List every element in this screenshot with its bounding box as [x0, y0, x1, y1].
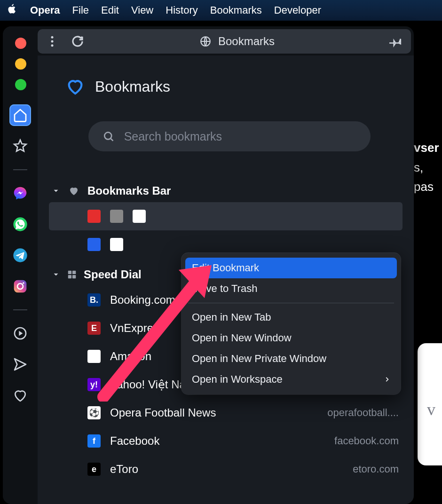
chevron-down-icon [52, 270, 60, 279]
search-icon [103, 130, 115, 143]
menu-app[interactable]: Opera [30, 4, 60, 16]
favicon [87, 238, 101, 251]
sidebar-heart[interactable] [9, 385, 31, 406]
page-title: Bookmarks [38, 55, 414, 96]
svg-point-8 [51, 44, 54, 47]
search-input[interactable] [124, 130, 356, 143]
bookmark-item[interactable] [49, 202, 403, 230]
menu-edit[interactable]: Edit [101, 4, 119, 16]
bookmark-domain: operafootball.... [327, 407, 399, 419]
sidebar-separator [13, 169, 27, 170]
chevron-down-icon [52, 187, 60, 195]
bookmarks-bar-header[interactable]: Bookmarks Bar [49, 180, 403, 202]
menu-file[interactable]: File [72, 4, 89, 16]
window-controls [15, 38, 26, 90]
grid-icon [67, 269, 77, 280]
macos-menubar[interactable]: Opera File Edit View History Bookmarks D… [0, 0, 442, 21]
sidebar-instagram[interactable] [9, 276, 31, 297]
favicon: B. [87, 293, 101, 307]
menu-developer[interactable]: Developer [274, 4, 321, 16]
sidebar-bookmarks[interactable] [9, 135, 31, 157]
menu-history[interactable]: History [166, 4, 197, 16]
toolbar: Bookmarks [38, 29, 411, 54]
favicon [110, 210, 123, 223]
bookmark-domain: facebook.com [334, 435, 399, 447]
svg-rect-11 [68, 271, 71, 274]
svg-rect-13 [68, 275, 71, 278]
ctx-open-new-tab[interactable]: Open in New Tab [185, 307, 397, 328]
background-window-text: vser s, pas [414, 138, 442, 197]
svg-point-6 [51, 36, 54, 39]
address-bar[interactable]: Bookmarks [96, 35, 378, 48]
section-bookmarks-bar: Bookmarks Bar [38, 180, 414, 259]
bookmark-label: eToro [110, 463, 343, 476]
sidebar-messenger[interactable] [9, 182, 31, 204]
sidebar-telegram[interactable] [9, 244, 31, 266]
svg-point-7 [51, 40, 54, 43]
bookmark-item[interactable]: e eToro etoro.com [49, 455, 403, 483]
sidebar [3, 26, 38, 504]
bookmark-domain: etoro.com [353, 463, 399, 475]
favicon: E [87, 322, 101, 335]
bookmark-label: Opera Football News [110, 406, 318, 419]
sidebar-separator-2 [13, 309, 27, 310]
heart-icon [66, 77, 85, 96]
sidebar-send[interactable] [9, 354, 31, 375]
ctx-open-private[interactable]: Open in New Private Window [185, 348, 397, 369]
address-text: Bookmarks [218, 35, 275, 48]
menu-bookmarks[interactable]: Bookmarks [210, 4, 262, 16]
sidebar-player[interactable] [9, 323, 31, 344]
chevron-right-icon [384, 376, 390, 383]
bookmark-item[interactable]: ⚽ Opera Football News operafootball.... [49, 399, 403, 427]
heart-folder-icon [67, 185, 81, 197]
more-menu-icon[interactable] [45, 34, 59, 48]
search-bookmarks[interactable] [88, 121, 371, 151]
context-menu: Edit Bookmark Move to Trash Open in New … [182, 253, 401, 394]
svg-point-1 [13, 248, 27, 262]
svg-rect-14 [72, 275, 76, 278]
favicon: f [87, 434, 101, 448]
sidebar-home[interactable] [9, 104, 31, 126]
favicon: e [87, 463, 101, 476]
menu-view[interactable]: View [131, 4, 153, 16]
ctx-open-workspace[interactable]: Open in Workspace [185, 369, 397, 390]
ctx-edit-bookmark[interactable]: Edit Bookmark [185, 258, 397, 278]
ctx-open-new-window[interactable]: Open in New Window [185, 328, 397, 348]
favicon: y! [87, 378, 101, 391]
favicon: a [87, 350, 101, 363]
svg-point-4 [23, 282, 24, 284]
close-window-button[interactable] [15, 38, 26, 49]
favicon [133, 210, 146, 223]
bookmark-item[interactable]: f Facebook facebook.com [49, 427, 403, 455]
globe-icon [199, 35, 212, 47]
bookmark-label: Facebook [110, 434, 325, 448]
pin-icon[interactable] [389, 34, 403, 48]
svg-rect-2 [14, 280, 27, 293]
sidebar-whatsapp[interactable] [9, 213, 31, 235]
apple-logo-icon[interactable] [7, 3, 18, 17]
svg-point-10 [104, 132, 111, 139]
zoom-window-button[interactable] [15, 79, 26, 90]
favicon: ⚽ [87, 406, 101, 419]
minimize-window-button[interactable] [15, 58, 26, 70]
background-card: v [418, 343, 442, 465]
ctx-separator [188, 303, 394, 303]
ctx-move-to-trash[interactable]: Move to Trash [185, 278, 397, 299]
svg-rect-12 [72, 271, 76, 274]
reload-icon[interactable] [71, 34, 85, 48]
favicon [87, 210, 101, 223]
favicon [110, 238, 123, 251]
